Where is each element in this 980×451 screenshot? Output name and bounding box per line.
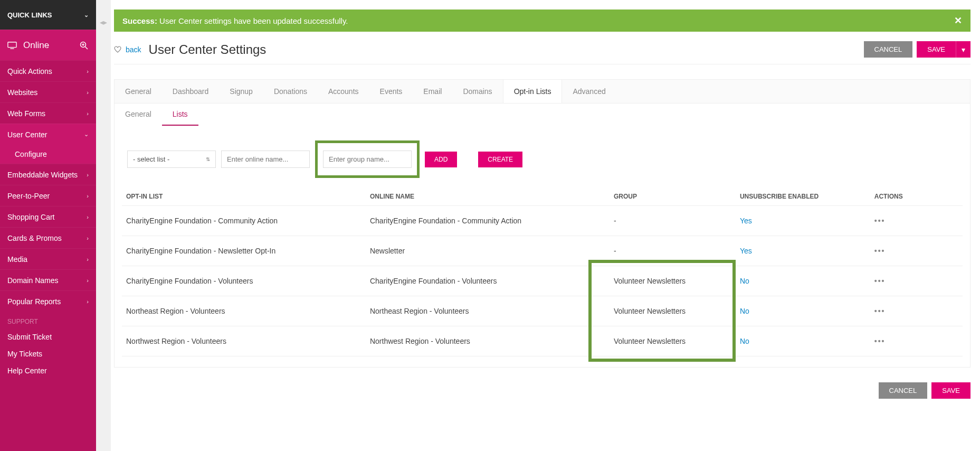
tab-events[interactable]: Events [369,80,413,103]
cell-online: Newsletter [366,236,610,266]
save-dropdown-toggle[interactable]: ▾ [956,41,971,58]
support-help-center[interactable]: Help Center [0,362,96,379]
sidebar: QUICK LINKS ⌄ Online Quick Actions› Webs… [0,0,96,451]
online-name-input[interactable] [221,151,310,168]
search-plus-icon[interactable] [79,41,89,50]
sidebar-item-user-center[interactable]: User Center⌄ [0,124,96,145]
row-actions-menu[interactable]: ••• [874,277,886,285]
cell-list: Northwest Region - Volunteers [122,326,366,356]
cell-group: Volunteer Newsletters [610,266,736,296]
optin-lists-table: OPT-IN LIST ONLINE NAME GROUP UNSUBSCRIB… [122,187,963,356]
sidebar-item-label: Configure [15,150,47,158]
success-alert: Success: User Center settings have been … [114,10,971,32]
tab-general[interactable]: General [115,80,162,103]
cell-group: - [610,236,736,266]
tab-signup[interactable]: Signup [219,80,263,103]
cell-list: CharityEngine Foundation - Volunteers [122,266,366,296]
cell-online: CharityEngine Foundation - Volunteers [366,266,610,296]
unsub-link[interactable]: No [740,337,749,345]
cell-unsub: Yes [736,236,870,266]
unsub-link[interactable]: Yes [740,247,752,255]
svg-rect-0 [8,42,16,47]
sidebar-item-web-forms[interactable]: Web Forms› [0,102,96,124]
tab-advanced[interactable]: Advanced [562,80,616,103]
cell-list: Northeast Region - Volunteers [122,296,366,326]
optin-lists-table-wrap: OPT-IN LIST ONLINE NAME GROUP UNSUBSCRIB… [122,187,963,356]
chevron-right-icon: › [87,277,89,284]
chevron-right-icon: › [87,298,89,305]
chevron-right-icon: › [87,235,89,241]
tab-dashboard[interactable]: Dashboard [162,80,220,103]
cancel-button[interactable]: CANCEL [864,41,913,58]
sub-tabs: GeneralLists [115,104,970,126]
cell-online: Northwest Region - Volunteers [366,326,610,356]
support-my-tickets[interactable]: My Tickets [0,345,96,362]
create-button[interactable]: CREATE [478,152,522,167]
cell-unsub: No [736,266,870,296]
support-item-label: My Tickets [7,350,42,358]
sidebar-item-domain-names[interactable]: Domain Names› [0,269,96,290]
online-header[interactable]: Online [0,30,96,60]
tab-domains[interactable]: Domains [452,80,502,103]
sidebar-item-websites[interactable]: Websites› [0,81,96,102]
sidebar-item-embeddable-widgets[interactable]: Embeddable Widgets› [0,164,96,185]
back-link[interactable]: back [126,45,141,54]
heart-icon[interactable] [114,46,121,53]
unsub-link[interactable]: No [740,307,749,315]
tab-content: - select list - ⇅ ADD CREATE [115,126,970,367]
subtab-lists[interactable]: Lists [162,104,198,126]
group-name-input[interactable] [323,151,412,168]
save-split-button: SAVE ▾ [917,41,971,58]
cell-unsub: Yes [736,206,870,236]
sidebar-item-popular-reports[interactable]: Popular Reports› [0,290,96,312]
sidebar-collapse-toggle[interactable]: ◂▸ [96,0,111,451]
support-submit-ticket[interactable]: Submit Ticket [0,328,96,345]
footer-save-button[interactable]: SAVE [931,382,971,399]
caret-down-icon: ▾ [962,45,965,54]
sidebar-item-cards-promos[interactable]: Cards & Promos› [0,227,96,248]
tab-opt-in-lists[interactable]: Opt-in Lists [503,80,563,103]
chevron-down-icon: ⌄ [84,12,89,18]
sidebar-item-shopping-cart[interactable]: Shopping Cart› [0,206,96,227]
cell-actions: ••• [870,266,963,296]
sidebar-item-peer-to-peer[interactable]: Peer-to-Peer› [0,185,96,206]
col-online-name: ONLINE NAME [366,187,610,206]
unsub-link[interactable]: Yes [740,217,752,225]
cell-group: - [610,206,736,236]
row-actions-menu[interactable]: ••• [874,307,886,315]
tabs-container: GeneralDashboardSignupDonationsAccountsE… [114,79,971,368]
main-content: Success: User Center settings have been … [111,0,980,451]
sidebar-item-label: Embeddable Widgets [7,171,78,179]
alert-prefix: Success: [122,16,157,25]
select-arrows-icon: ⇅ [206,156,210,162]
quick-links-toggle[interactable]: QUICK LINKS ⌄ [0,0,96,30]
row-actions-menu[interactable]: ••• [874,217,886,225]
sidebar-item-label: Cards & Promos [7,234,62,242]
sidebar-item-media[interactable]: Media› [0,248,96,269]
subtab-general[interactable]: General [115,104,162,126]
cell-group: Volunteer Newsletters [610,326,736,356]
sidebar-subitem-configure[interactable]: Configure [0,145,96,164]
add-button[interactable]: ADD [425,152,457,167]
sidebar-item-quick-actions[interactable]: Quick Actions› [0,60,96,81]
footer-actions: CANCEL SAVE [114,382,971,399]
svg-line-3 [85,46,88,49]
tab-accounts[interactable]: Accounts [318,80,369,103]
save-button[interactable]: SAVE [917,41,956,58]
table-row: CharityEngine Foundation - VolunteersCha… [122,266,963,296]
footer-cancel-button[interactable]: CANCEL [879,382,928,399]
row-actions-menu[interactable]: ••• [874,337,886,345]
sidebar-item-label: Quick Actions [7,67,52,76]
online-label: Online [23,40,73,51]
row-actions-menu[interactable]: ••• [874,247,886,255]
tab-email[interactable]: Email [413,80,452,103]
cell-list: CharityEngine Foundation - Community Act… [122,206,366,236]
tab-donations[interactable]: Donations [263,80,318,103]
close-icon[interactable]: ✕ [954,15,962,26]
unsub-link[interactable]: No [740,277,749,285]
svg-rect-1 [10,48,14,49]
main-tabs: GeneralDashboardSignupDonationsAccountsE… [115,80,970,104]
cell-actions: ••• [870,206,963,236]
list-select[interactable]: - select list - ⇅ [127,151,216,168]
chevron-right-icon: › [87,214,89,220]
